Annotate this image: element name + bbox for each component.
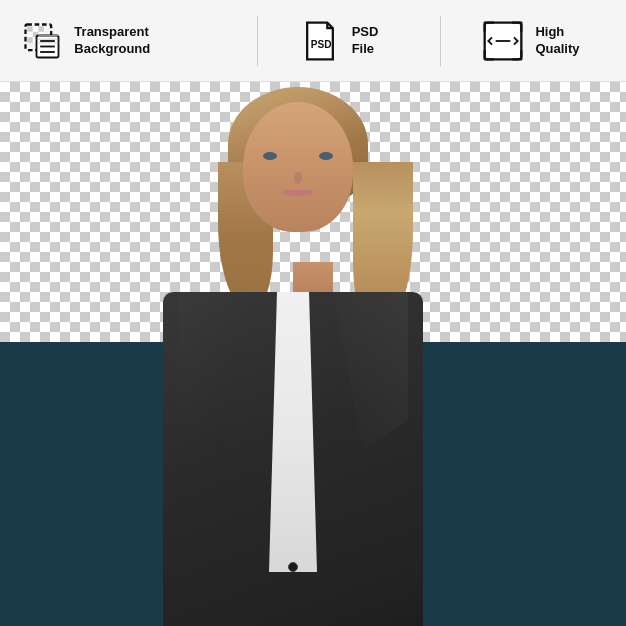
lapel-right — [333, 292, 408, 452]
psd-file-item: PSD PSD File — [297, 17, 400, 65]
divider-2 — [440, 16, 441, 66]
person-head — [243, 102, 383, 262]
eye-left — [263, 152, 277, 160]
svg-rect-1 — [28, 26, 33, 31]
lapel-left — [178, 292, 253, 452]
mouth — [283, 190, 313, 196]
person-figure — [163, 102, 463, 622]
transparent-bg-item: Transparent Background — [20, 17, 217, 65]
quality-icon — [481, 17, 525, 65]
eye-right — [319, 152, 333, 160]
eyes — [263, 152, 333, 160]
face — [243, 102, 353, 232]
psd-icon: PSD — [297, 17, 341, 65]
high-quality-label: High Quality — [535, 24, 606, 58]
svg-rect-4 — [28, 31, 33, 37]
main-image-area — [0, 82, 626, 626]
header-bar: Transparent Background PSD PSD File — [0, 0, 626, 82]
transparent-bg-label: Transparent Background — [74, 24, 216, 58]
svg-rect-2 — [33, 26, 39, 31]
svg-rect-7 — [28, 37, 33, 43]
shirt — [253, 292, 333, 572]
suit-button — [288, 562, 298, 572]
svg-text:PSD: PSD — [310, 39, 331, 50]
neck — [293, 262, 333, 292]
suit-body — [163, 292, 423, 626]
psd-file-label: PSD File — [352, 24, 401, 58]
svg-rect-3 — [39, 26, 45, 31]
divider-1 — [257, 16, 258, 66]
nose — [294, 172, 302, 184]
high-quality-item: High Quality — [481, 17, 606, 65]
transparent-bg-icon — [20, 17, 64, 65]
